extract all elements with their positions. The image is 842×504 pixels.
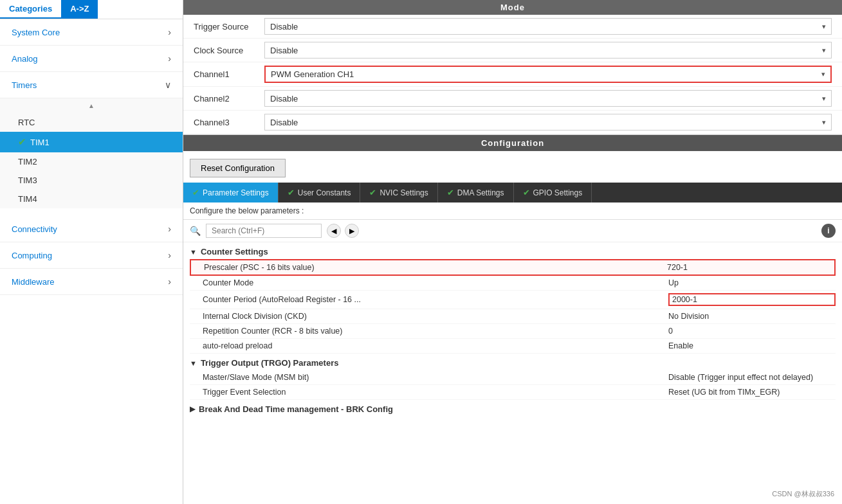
- sidebar-items: System Core › Analog › Timers ∨ ▲ RTC ✔ …: [0, 19, 183, 504]
- param-name: Internal Clock Division (CKD): [203, 312, 668, 321]
- mode-row-select[interactable]: Disable▾: [264, 114, 832, 130]
- search-bar: 🔍 ◀ ▶ i: [183, 220, 842, 242]
- param-value: Disable (Trigger input effect not delaye…: [668, 373, 836, 382]
- config-tab[interactable]: ✔ User Constants: [279, 183, 361, 203]
- info-icon[interactable]: i: [821, 224, 836, 238]
- main-content: Mode Trigger SourceDisable▾Clock SourceD…: [183, 0, 842, 504]
- mode-select-value: Disable: [270, 22, 298, 32]
- mode-row-select[interactable]: PWM Generation CH1▾: [264, 66, 832, 83]
- config-tabs: ✔ Parameter Settings✔ User Constants✔ NV…: [183, 183, 842, 203]
- collapse-icon: ▼: [190, 359, 197, 367]
- mode-row: Channel3Disable▾: [183, 111, 842, 134]
- param-row: auto-reload preloadEnable: [190, 339, 836, 354]
- sidebar-item-connectivity[interactable]: Connectivity ›: [0, 216, 183, 242]
- chevron-icon: ›: [168, 224, 171, 234]
- mode-row-label: Clock Source: [194, 46, 264, 55]
- param-name: Master/Slave Mode (MSM bit): [203, 373, 668, 382]
- sidebar: Categories A->Z System Core › Analog › T…: [0, 0, 183, 504]
- mode-row: Channel1PWM Generation CH1▾: [183, 62, 842, 87]
- config-tab[interactable]: ✔ DMA Settings: [438, 183, 514, 203]
- param-value: 720-1: [667, 263, 834, 272]
- param-value: 2000-1: [668, 293, 836, 306]
- param-row: Internal Clock Division (CKD)No Division: [190, 309, 836, 324]
- params-area: ▼ Counter SettingsPrescaler (PSC - 16 bi…: [183, 242, 842, 504]
- sidebar-item-analog[interactable]: Analog ›: [0, 46, 183, 72]
- param-name: auto-reload preload: [203, 341, 668, 350]
- mode-row: Clock SourceDisable▾: [183, 39, 842, 62]
- param-name: Counter Period (AutoReload Register - 16…: [203, 295, 668, 304]
- config-tab[interactable]: ✔ NVIC Settings: [360, 183, 437, 203]
- sidebar-item-tim1[interactable]: ✔ TIM1: [0, 132, 183, 152]
- mode-row-label: Channel1: [194, 69, 264, 79]
- scroll-up[interactable]: ▲: [0, 98, 183, 113]
- check-icon: ✔: [18, 136, 26, 148]
- param-group-header[interactable]: ▶ Break And Dead Time management - BRK C…: [190, 400, 836, 417]
- sidebar-tab-categories[interactable]: Categories: [0, 0, 61, 19]
- sidebar-header: Categories A->Z: [0, 0, 183, 19]
- mode-row: Channel2Disable▾: [183, 87, 842, 111]
- up-arrow-icon[interactable]: ▲: [87, 101, 96, 111]
- dropdown-arrow-icon: ▾: [822, 118, 826, 127]
- collapse-icon: ▶: [190, 405, 195, 413]
- mode-section: Mode Trigger SourceDisable▾Clock SourceD…: [183, 0, 842, 135]
- sidebar-item-tim4[interactable]: TIM4: [0, 190, 183, 208]
- mode-row-select[interactable]: Disable▾: [264, 18, 832, 35]
- param-group-header[interactable]: ▼ Counter Settings: [190, 242, 836, 259]
- tab-check-icon: ✔: [288, 188, 295, 197]
- chevron-icon: ›: [168, 250, 171, 260]
- sidebar-item-middleware[interactable]: Middleware ›: [0, 269, 183, 295]
- mode-row-select[interactable]: Disable▾: [264, 42, 832, 59]
- search-next-button[interactable]: ▶: [345, 224, 359, 238]
- config-section: Configuration Reset Configuration ✔ Para…: [183, 135, 842, 504]
- config-tab[interactable]: ✔ Parameter Settings: [183, 183, 279, 203]
- param-name: Prescaler (PSC - 16 bits value): [204, 263, 667, 272]
- config-tab[interactable]: ✔ GPIO Settings: [514, 183, 592, 203]
- mode-select-value: Disable: [270, 46, 298, 55]
- mode-row-label: Channel3: [194, 118, 264, 127]
- mode-select-value: Disable: [270, 94, 298, 104]
- param-value: Up: [668, 278, 836, 287]
- mode-header: Mode: [183, 0, 842, 15]
- tab-check-icon: ✔: [369, 188, 376, 197]
- param-row: Master/Slave Mode (MSM bit)Disable (Trig…: [190, 370, 836, 385]
- search-input[interactable]: [206, 224, 322, 238]
- tab-check-icon: ✔: [192, 188, 199, 197]
- reset-configuration-button[interactable]: Reset Configuration: [190, 159, 286, 177]
- dropdown-arrow-icon: ▾: [822, 46, 826, 55]
- search-icon: 🔍: [190, 226, 201, 236]
- param-row: Prescaler (PSC - 16 bits value)720-1: [190, 259, 836, 276]
- dropdown-arrow-icon: ▾: [822, 22, 826, 31]
- mode-row: Trigger SourceDisable▾: [183, 15, 842, 39]
- sidebar-tab-az[interactable]: A->Z: [61, 0, 98, 19]
- mode-rows: Trigger SourceDisable▾Clock SourceDisabl…: [183, 15, 842, 134]
- dropdown-arrow-icon: ▾: [822, 94, 826, 103]
- sidebar-item-tim2[interactable]: TIM2: [0, 152, 183, 171]
- param-group-header[interactable]: ▼ Trigger Output (TRGO) Parameters: [190, 354, 836, 370]
- chevron-icon: ›: [168, 53, 171, 64]
- sidebar-item-rtc[interactable]: RTC: [0, 113, 183, 132]
- search-nav: ◀ ▶: [327, 224, 359, 238]
- param-row: Trigger Event SelectionReset (UG bit fro…: [190, 385, 836, 400]
- param-value: Enable: [668, 341, 836, 350]
- config-header: Configuration: [183, 135, 842, 151]
- tab-check-icon: ✔: [447, 188, 454, 197]
- dropdown-arrow-icon: ▾: [821, 70, 825, 78]
- mode-row-select[interactable]: Disable▾: [264, 90, 832, 107]
- chevron-icon: ∨: [165, 80, 171, 90]
- param-name: Counter Mode: [203, 278, 668, 287]
- sidebar-item-computing[interactable]: Computing ›: [0, 242, 183, 269]
- timers-subitems: ▲ RTC ✔ TIM1 TIM2 TIM3 TIM4: [0, 98, 183, 208]
- mode-select-value: Disable: [270, 118, 298, 127]
- mode-select-value: PWM Generation CH1: [271, 69, 354, 79]
- search-prev-button[interactable]: ◀: [327, 224, 341, 238]
- param-name: Trigger Event Selection: [203, 388, 668, 397]
- param-value: 0: [668, 327, 836, 336]
- param-row: Counter Period (AutoReload Register - 16…: [190, 291, 836, 309]
- chevron-icon: ›: [168, 27, 171, 37]
- sidebar-item-tim3[interactable]: TIM3: [0, 171, 183, 190]
- sidebar-item-timers[interactable]: Timers ∨: [0, 72, 183, 98]
- chevron-icon: ›: [168, 276, 171, 287]
- param-value: Reset (UG bit from TIMx_EGR): [668, 388, 836, 397]
- tab-check-icon: ✔: [523, 188, 530, 197]
- sidebar-item-system-core[interactable]: System Core ›: [0, 19, 183, 46]
